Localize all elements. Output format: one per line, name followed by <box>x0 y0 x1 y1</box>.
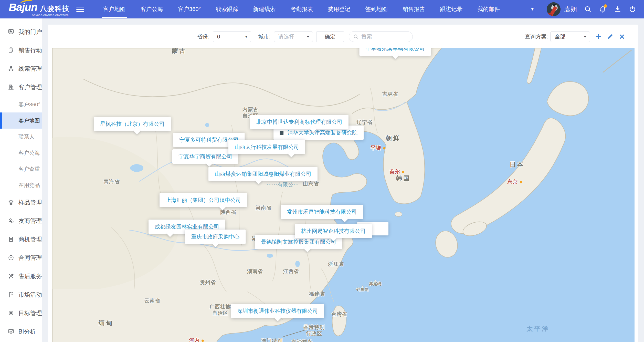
sidebar-item[interactable]: 市场活动 <box>0 285 42 304</box>
sidebar-item[interactable]: 客户公海 <box>0 145 42 161</box>
map-city-label: 东京 <box>507 179 522 185</box>
company-name: 重庆市政府采购中心 <box>191 234 240 240</box>
province-select[interactable]: 0 ▼ <box>213 31 251 42</box>
sidebar-item[interactable]: 合同管理 <box>0 248 42 267</box>
power-icon[interactable] <box>629 5 636 13</box>
city-placeholder: 请选择 <box>278 33 294 40</box>
sidebar-item[interactable]: 客户查重 <box>0 161 42 177</box>
nav-tab[interactable]: 客户360° <box>171 0 208 18</box>
sidebar-item-icon <box>8 236 14 243</box>
search-input[interactable] <box>361 34 408 40</box>
sidebar-item-icon <box>8 273 14 279</box>
scheme-select[interactable]: 全部 ▼ <box>550 31 590 42</box>
nav-tab[interactable]: 跟进记录 <box>432 0 470 18</box>
nav-tab[interactable]: 客户公海 <box>133 0 171 18</box>
map-region-label: 浙江省 <box>328 261 344 267</box>
city-label: 城市: <box>258 33 271 40</box>
map-region-label: 福建省 <box>309 291 325 297</box>
company-marker-bubble[interactable]: 北京中博世达专利商标代理有限公司 <box>250 115 349 129</box>
sidebar-item[interactable]: 客户地图 <box>0 112 42 129</box>
hamburger-menu-icon[interactable] <box>76 7 84 12</box>
company-marker-bubble[interactable]: 星枫科技（北京）有限公司 <box>94 117 171 131</box>
sidebar-item[interactable]: 客户360° <box>0 96 42 112</box>
nav-tab[interactable]: 签到地图 <box>358 0 395 18</box>
app-logo[interactable]: Bajun 八骏科技 Anyone,Anytime,Anywhere! <box>9 2 70 16</box>
nav-overflow-caret-icon[interactable]: ▼ <box>528 7 537 12</box>
filter-bar: 省份: 0 ▼ 城市: 请选择 ▼ 确定 查询方案: 全部 ▼ <box>52 31 635 42</box>
sidebar-item[interactable]: 线索管理 <box>0 59 42 78</box>
query-scheme-group: 查询方案: 全部 ▼ <box>525 31 635 42</box>
search-icon[interactable] <box>584 5 592 13</box>
map-region-label: 台湾省 <box>331 311 347 317</box>
sidebar-item[interactable]: 售后服务 <box>0 267 42 285</box>
sidebar-item[interactable]: 目标管理 <box>0 304 42 322</box>
map-region-label: 太平洋 <box>526 325 550 333</box>
sidebar-item-icon <box>8 217 14 224</box>
nav-tab[interactable]: 考勤报表 <box>283 0 320 18</box>
map-region-label: 钓鱼岛 <box>356 287 369 292</box>
search-icon <box>353 34 359 39</box>
map-region-label: 青海省 <box>104 179 120 185</box>
company-marker-bubble[interactable]: 深圳市衡通伟业科技仪器有限公司 <box>231 304 324 318</box>
confirm-button[interactable]: 确定 <box>316 31 344 42</box>
notifications-bell-icon[interactable] <box>599 5 607 13</box>
nav-tab[interactable]: 费用登记 <box>320 0 358 18</box>
company-name: 常州市禾昌智能科技有限公司 <box>287 209 357 215</box>
sidebar-item[interactable]: 样品管理 <box>0 193 42 212</box>
avatar-image <box>547 2 561 16</box>
sidebar-item[interactable]: 我的门户 <box>0 23 42 41</box>
delete-scheme-icon[interactable] <box>619 33 625 40</box>
sidebar-item[interactable]: 友商管理 <box>0 212 42 230</box>
edit-scheme-icon[interactable] <box>607 33 614 40</box>
sidebar-item[interactable]: BI分析 <box>0 322 42 341</box>
province-label: 省份: <box>197 33 209 40</box>
city-select[interactable]: 请选择 ▼ <box>274 31 313 42</box>
company-name: 上海汇丽（集团）公司汉中公司 <box>166 197 241 203</box>
map-region-label: 山东省 <box>303 181 319 187</box>
company-marker-bubble[interactable]: 上海汇丽（集团）公司汉中公司 <box>160 193 247 207</box>
sidebar-item-icon <box>8 254 14 261</box>
map-region-label: 广西壮族 自治区 <box>209 304 231 316</box>
basemap <box>52 48 635 342</box>
scheme-value: 全部 <box>555 33 565 40</box>
customer-map[interactable]: 蒙古吉林省辽宁省内蒙古 自治区朝鲜韩国日本青海省陕西省河南省山东省湖北湖南省贵州… <box>52 48 635 342</box>
marker-pin-icon <box>280 131 283 135</box>
user-avatar[interactable] <box>547 2 561 16</box>
map-region-label: 朝鲜 <box>386 134 400 142</box>
sidebar-item[interactable]: 联系人 <box>0 129 42 145</box>
company-marker-bubble[interactable]: 山西煤炭运销集团阳城惠阳煤业有限公司 <box>208 167 318 181</box>
company-name: 成都绿友园林实业有限公司 <box>155 224 219 230</box>
sidebar-item[interactable]: 销售行动 <box>0 41 42 59</box>
map-city-label: 首尔 <box>389 168 404 175</box>
nav-tab[interactable]: 客户地图 <box>96 0 133 18</box>
add-scheme-icon[interactable] <box>595 33 602 40</box>
company-name: 山西煤炭运销集团阳城惠阳煤业有限公司 <box>215 171 311 177</box>
download-icon[interactable] <box>614 5 621 13</box>
nav-tab[interactable]: 线索跟踪 <box>208 0 246 18</box>
map-region-label: 东沙群岛 <box>291 339 313 342</box>
map-region-label: 日本 <box>510 161 524 168</box>
nav-tab[interactable]: 销售报告 <box>395 0 432 18</box>
sidebar-item[interactable]: 客户管理 <box>0 78 42 96</box>
company-marker-bubble[interactable]: 重庆市政府采购中心 <box>185 230 246 244</box>
map-region-label: 江西省 <box>283 268 299 275</box>
logo-brand-cn: 八骏科技 <box>40 5 70 12</box>
search-box[interactable] <box>349 31 413 42</box>
map-region-label: 香港特别 行政区 <box>303 324 325 337</box>
sidebar-item-icon <box>8 199 14 206</box>
map-region-label: 缅甸 <box>99 319 113 327</box>
company-name: 宁夏华宁商贸有限公司 <box>178 153 232 159</box>
caret-down-icon: ▼ <box>306 35 310 38</box>
company-marker-bubble[interactable]: 山西太行科技发展有限公司 <box>228 140 305 154</box>
company-marker-bubble[interactable]: 中车哈尔滨车辆有限公司 <box>360 48 431 56</box>
sidebar-item-icon <box>8 47 14 54</box>
sidebar-item[interactable]: 商机管理 <box>0 230 42 248</box>
sidebar-item[interactable]: 在用竞品 <box>0 177 42 193</box>
company-marker-bubble[interactable]: 常州市禾昌智能科技有限公司 <box>281 205 363 219</box>
city-dot-icon <box>520 181 522 183</box>
nav-tab[interactable]: 新建线索 <box>246 0 283 18</box>
nav-tab[interactable]: 我的邮件 <box>470 0 507 18</box>
company-marker-bubble[interactable]: 杭州网易智企科技有限公司 <box>295 224 372 238</box>
scheme-label: 查询方案: <box>525 33 548 40</box>
sidebar-item-icon <box>8 84 14 90</box>
